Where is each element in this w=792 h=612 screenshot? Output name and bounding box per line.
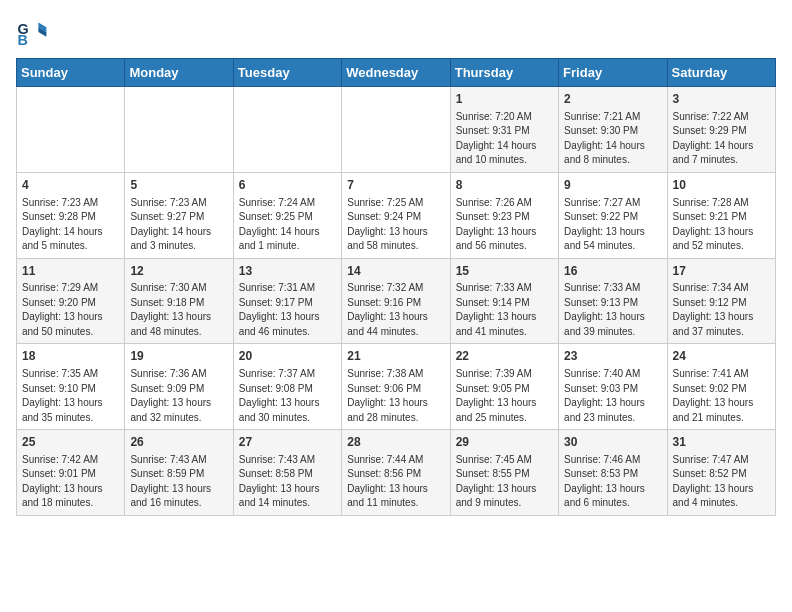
calendar-cell: 3Sunrise: 7:22 AM Sunset: 9:29 PM Daylig… — [667, 87, 775, 173]
day-info: Sunrise: 7:22 AM Sunset: 9:29 PM Dayligh… — [673, 110, 770, 168]
svg-text:B: B — [18, 32, 28, 48]
calendar-cell: 26Sunrise: 7:43 AM Sunset: 8:59 PM Dayli… — [125, 430, 233, 516]
day-info: Sunrise: 7:32 AM Sunset: 9:16 PM Dayligh… — [347, 281, 444, 339]
day-info: Sunrise: 7:29 AM Sunset: 9:20 PM Dayligh… — [22, 281, 119, 339]
calendar-cell: 30Sunrise: 7:46 AM Sunset: 8:53 PM Dayli… — [559, 430, 667, 516]
calendar-cell: 15Sunrise: 7:33 AM Sunset: 9:14 PM Dayli… — [450, 258, 558, 344]
day-number: 20 — [239, 348, 336, 365]
day-info: Sunrise: 7:34 AM Sunset: 9:12 PM Dayligh… — [673, 281, 770, 339]
calendar-week-3: 11Sunrise: 7:29 AM Sunset: 9:20 PM Dayli… — [17, 258, 776, 344]
calendar-week-4: 18Sunrise: 7:35 AM Sunset: 9:10 PM Dayli… — [17, 344, 776, 430]
day-info: Sunrise: 7:44 AM Sunset: 8:56 PM Dayligh… — [347, 453, 444, 511]
day-info: Sunrise: 7:30 AM Sunset: 9:18 PM Dayligh… — [130, 281, 227, 339]
day-info: Sunrise: 7:36 AM Sunset: 9:09 PM Dayligh… — [130, 367, 227, 425]
day-number: 21 — [347, 348, 444, 365]
day-number: 2 — [564, 91, 661, 108]
day-number: 3 — [673, 91, 770, 108]
day-info: Sunrise: 7:26 AM Sunset: 9:23 PM Dayligh… — [456, 196, 553, 254]
day-number: 24 — [673, 348, 770, 365]
day-info: Sunrise: 7:42 AM Sunset: 9:01 PM Dayligh… — [22, 453, 119, 511]
calendar-cell: 1Sunrise: 7:20 AM Sunset: 9:31 PM Daylig… — [450, 87, 558, 173]
calendar-cell: 11Sunrise: 7:29 AM Sunset: 9:20 PM Dayli… — [17, 258, 125, 344]
day-number: 13 — [239, 263, 336, 280]
day-number: 4 — [22, 177, 119, 194]
calendar-cell: 4Sunrise: 7:23 AM Sunset: 9:28 PM Daylig… — [17, 172, 125, 258]
day-number: 9 — [564, 177, 661, 194]
day-info: Sunrise: 7:45 AM Sunset: 8:55 PM Dayligh… — [456, 453, 553, 511]
calendar-table: SundayMondayTuesdayWednesdayThursdayFrid… — [16, 58, 776, 516]
calendar-cell — [233, 87, 341, 173]
day-info: Sunrise: 7:28 AM Sunset: 9:21 PM Dayligh… — [673, 196, 770, 254]
day-number: 6 — [239, 177, 336, 194]
day-number: 22 — [456, 348, 553, 365]
day-info: Sunrise: 7:31 AM Sunset: 9:17 PM Dayligh… — [239, 281, 336, 339]
calendar-cell: 25Sunrise: 7:42 AM Sunset: 9:01 PM Dayli… — [17, 430, 125, 516]
calendar-cell: 22Sunrise: 7:39 AM Sunset: 9:05 PM Dayli… — [450, 344, 558, 430]
day-number: 27 — [239, 434, 336, 451]
day-number: 18 — [22, 348, 119, 365]
day-info: Sunrise: 7:43 AM Sunset: 8:58 PM Dayligh… — [239, 453, 336, 511]
day-info: Sunrise: 7:38 AM Sunset: 9:06 PM Dayligh… — [347, 367, 444, 425]
calendar-week-5: 25Sunrise: 7:42 AM Sunset: 9:01 PM Dayli… — [17, 430, 776, 516]
weekday-header-tuesday: Tuesday — [233, 59, 341, 87]
calendar-cell: 23Sunrise: 7:40 AM Sunset: 9:03 PM Dayli… — [559, 344, 667, 430]
day-info: Sunrise: 7:39 AM Sunset: 9:05 PM Dayligh… — [456, 367, 553, 425]
calendar-cell: 20Sunrise: 7:37 AM Sunset: 9:08 PM Dayli… — [233, 344, 341, 430]
day-info: Sunrise: 7:23 AM Sunset: 9:28 PM Dayligh… — [22, 196, 119, 254]
day-number: 1 — [456, 91, 553, 108]
calendar-cell: 18Sunrise: 7:35 AM Sunset: 9:10 PM Dayli… — [17, 344, 125, 430]
calendar-cell: 5Sunrise: 7:23 AM Sunset: 9:27 PM Daylig… — [125, 172, 233, 258]
calendar-cell: 9Sunrise: 7:27 AM Sunset: 9:22 PM Daylig… — [559, 172, 667, 258]
day-info: Sunrise: 7:40 AM Sunset: 9:03 PM Dayligh… — [564, 367, 661, 425]
day-number: 25 — [22, 434, 119, 451]
page-header: G B — [16, 16, 776, 48]
day-number: 16 — [564, 263, 661, 280]
day-number: 30 — [564, 434, 661, 451]
weekday-header-saturday: Saturday — [667, 59, 775, 87]
weekday-header-friday: Friday — [559, 59, 667, 87]
day-info: Sunrise: 7:23 AM Sunset: 9:27 PM Dayligh… — [130, 196, 227, 254]
day-number: 14 — [347, 263, 444, 280]
calendar-cell: 12Sunrise: 7:30 AM Sunset: 9:18 PM Dayli… — [125, 258, 233, 344]
weekday-header-thursday: Thursday — [450, 59, 558, 87]
day-number: 19 — [130, 348, 227, 365]
day-info: Sunrise: 7:25 AM Sunset: 9:24 PM Dayligh… — [347, 196, 444, 254]
logo-icon: G B — [16, 16, 48, 48]
day-info: Sunrise: 7:33 AM Sunset: 9:13 PM Dayligh… — [564, 281, 661, 339]
calendar-cell: 19Sunrise: 7:36 AM Sunset: 9:09 PM Dayli… — [125, 344, 233, 430]
calendar-cell: 31Sunrise: 7:47 AM Sunset: 8:52 PM Dayli… — [667, 430, 775, 516]
weekday-header-sunday: Sunday — [17, 59, 125, 87]
calendar-cell: 24Sunrise: 7:41 AM Sunset: 9:02 PM Dayli… — [667, 344, 775, 430]
day-number: 15 — [456, 263, 553, 280]
day-info: Sunrise: 7:46 AM Sunset: 8:53 PM Dayligh… — [564, 453, 661, 511]
day-number: 26 — [130, 434, 227, 451]
day-number: 11 — [22, 263, 119, 280]
calendar-week-1: 1Sunrise: 7:20 AM Sunset: 9:31 PM Daylig… — [17, 87, 776, 173]
weekday-header-monday: Monday — [125, 59, 233, 87]
day-number: 23 — [564, 348, 661, 365]
day-info: Sunrise: 7:27 AM Sunset: 9:22 PM Dayligh… — [564, 196, 661, 254]
day-info: Sunrise: 7:47 AM Sunset: 8:52 PM Dayligh… — [673, 453, 770, 511]
calendar-cell: 14Sunrise: 7:32 AM Sunset: 9:16 PM Dayli… — [342, 258, 450, 344]
calendar-cell: 27Sunrise: 7:43 AM Sunset: 8:58 PM Dayli… — [233, 430, 341, 516]
calendar-cell: 8Sunrise: 7:26 AM Sunset: 9:23 PM Daylig… — [450, 172, 558, 258]
day-number: 31 — [673, 434, 770, 451]
calendar-cell: 16Sunrise: 7:33 AM Sunset: 9:13 PM Dayli… — [559, 258, 667, 344]
day-info: Sunrise: 7:41 AM Sunset: 9:02 PM Dayligh… — [673, 367, 770, 425]
day-number: 12 — [130, 263, 227, 280]
day-info: Sunrise: 7:21 AM Sunset: 9:30 PM Dayligh… — [564, 110, 661, 168]
day-number: 10 — [673, 177, 770, 194]
day-info: Sunrise: 7:37 AM Sunset: 9:08 PM Dayligh… — [239, 367, 336, 425]
day-info: Sunrise: 7:43 AM Sunset: 8:59 PM Dayligh… — [130, 453, 227, 511]
day-number: 7 — [347, 177, 444, 194]
calendar-cell: 29Sunrise: 7:45 AM Sunset: 8:55 PM Dayli… — [450, 430, 558, 516]
day-info: Sunrise: 7:35 AM Sunset: 9:10 PM Dayligh… — [22, 367, 119, 425]
day-info: Sunrise: 7:24 AM Sunset: 9:25 PM Dayligh… — [239, 196, 336, 254]
calendar-cell — [125, 87, 233, 173]
calendar-cell: 6Sunrise: 7:24 AM Sunset: 9:25 PM Daylig… — [233, 172, 341, 258]
weekday-header-wednesday: Wednesday — [342, 59, 450, 87]
day-number: 28 — [347, 434, 444, 451]
weekday-header-row: SundayMondayTuesdayWednesdayThursdayFrid… — [17, 59, 776, 87]
day-info: Sunrise: 7:33 AM Sunset: 9:14 PM Dayligh… — [456, 281, 553, 339]
calendar-cell: 17Sunrise: 7:34 AM Sunset: 9:12 PM Dayli… — [667, 258, 775, 344]
